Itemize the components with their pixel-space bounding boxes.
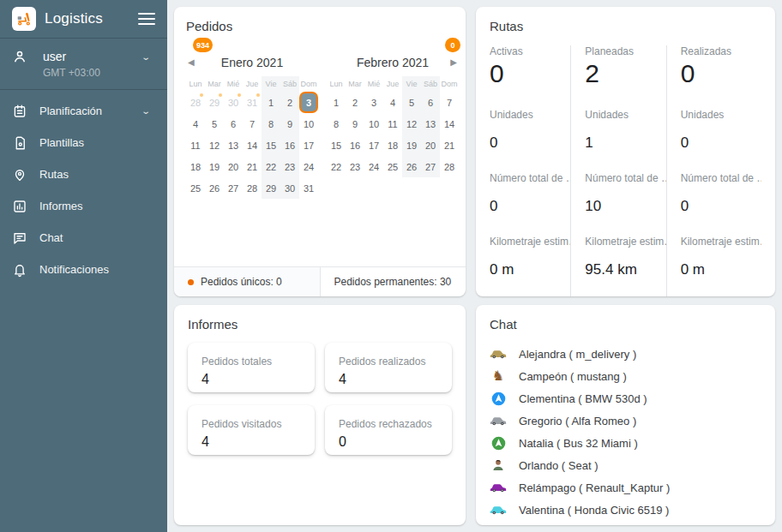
calendar-day[interactable]: 5	[402, 92, 421, 113]
calendar-day[interactable]: 14	[440, 113, 459, 134]
pedidos-unicos-label: Pedidos únicos: 0	[201, 276, 282, 288]
calendar-day[interactable]: 19	[402, 134, 421, 156]
user-menu[interactable]: user ⌄ GMT +03:00	[0, 39, 167, 90]
calendar-day[interactable]: 12	[205, 134, 224, 156]
calendar-day[interactable]: 8	[327, 113, 346, 134]
chat-item[interactable]: Natalia ( Bus 32 Miami )	[490, 432, 761, 454]
sidebar-item[interactable]: Informes ⌄	[0, 190, 167, 222]
calendar-day[interactable]: 19	[205, 156, 224, 177]
calendar-day[interactable]: 23	[346, 156, 364, 177]
chat-item[interactable]: Valentina ( Honda Civic 6519 )	[490, 499, 761, 521]
calendar-day[interactable]: 24	[299, 156, 318, 177]
sidebar-item[interactable]: Planificación ⌄	[0, 95, 167, 127]
calendar-day[interactable]: 12	[402, 113, 421, 134]
calendar-day[interactable]: 27	[224, 177, 243, 199]
calendar-day[interactable]: 3	[299, 92, 318, 113]
calendar-day[interactable]: 21	[440, 134, 459, 156]
calendar-day[interactable]: 14	[243, 134, 262, 156]
chat-card: Chat Alejandra ( m_delivery ) ♞ Campeón …	[476, 305, 775, 525]
calendar-day[interactable]: 10	[364, 113, 383, 134]
sidebar-item[interactable]: Rutas ⌄	[0, 158, 167, 190]
calendar-day[interactable]: 28	[440, 156, 459, 177]
calendar-day[interactable]: 28	[243, 177, 262, 199]
calendar-day[interactable]: 13	[224, 134, 243, 156]
calendar-day[interactable]: 1	[327, 92, 346, 113]
calendar-day[interactable]: 24	[364, 156, 383, 177]
calendar-day[interactable]: 17	[364, 134, 383, 156]
calendar-next-button[interactable]: ▶	[450, 54, 457, 71]
stat-row: Kilometraje estim… 0 m	[681, 236, 761, 278]
stat-value: 95.4 km	[585, 261, 665, 278]
pedidos-permanentes-stat: Pedidos permanentes: 30	[321, 267, 466, 296]
chevron-down-icon: ⌄	[141, 106, 158, 116]
calendar-day[interactable]: 16	[280, 134, 299, 156]
calendar-day[interactable]: 7	[243, 113, 262, 134]
calendar-day[interactable]: 18	[383, 134, 402, 156]
calendar-grid: 1 2 3 4 5 6 7	[327, 92, 459, 177]
stat-row: Número total de … 0	[490, 172, 570, 215]
chat-item[interactable]: Orlando ( Seat )	[490, 454, 761, 476]
stat-tile-value: 4	[202, 434, 301, 450]
calendar-day[interactable]: 29	[262, 177, 280, 199]
sidebar-item-label: Chat	[39, 231, 131, 244]
calendar-day[interactable]: 16	[346, 134, 364, 156]
calendar-day[interactable]: 4	[383, 92, 402, 113]
calendar-day[interactable]: 26	[205, 177, 224, 199]
calendar-day[interactable]: 25	[383, 156, 402, 177]
chat-item[interactable]: Clementina ( BMW 530d )	[490, 387, 761, 409]
calendar-day[interactable]: 2	[280, 92, 299, 113]
pedidos-card: Pedidos 934 0 ◀ Enero 2021 LunMarMiéJueV…	[174, 7, 466, 296]
stat-tile: Pedidos rechazados 0	[325, 405, 452, 455]
calendar-prev-button[interactable]: ◀	[188, 54, 195, 71]
calendar-day[interactable]: 8	[262, 113, 280, 134]
calendar-day[interactable]: 11	[383, 113, 402, 134]
calendar-day[interactable]: 30	[224, 92, 243, 113]
hamburger-menu-icon[interactable]	[138, 13, 155, 25]
calendar-day[interactable]: 1	[262, 92, 280, 113]
calendar-day[interactable]: 17	[299, 134, 318, 156]
calendar-day[interactable]: 9	[346, 113, 364, 134]
chat-item[interactable]: ♞ Campeón ( mustang )	[490, 365, 761, 387]
calendar-day[interactable]: 9	[280, 113, 299, 134]
calendar-day[interactable]: 31	[299, 177, 318, 199]
calendar-day[interactable]: 22	[262, 156, 280, 177]
sidebar-item[interactable]: Plantillas ⌄	[0, 127, 167, 158]
app-logo	[12, 7, 36, 31]
calendar-day[interactable]: 3	[364, 92, 383, 113]
stat-tile: Pedidos realizados 4	[325, 343, 452, 392]
calendar-day[interactable]: 2	[346, 92, 364, 113]
sidebar-item[interactable]: Notificaciones ⌄	[0, 254, 167, 285]
calendar-day[interactable]: 30	[280, 177, 299, 199]
calendar-day[interactable]: 10	[299, 113, 318, 134]
calendar-day[interactable]: 11	[186, 134, 205, 156]
calendar-day[interactable]: 22	[327, 156, 346, 177]
calendar-day[interactable]: 29	[205, 92, 224, 113]
calendar-day[interactable]: 21	[243, 156, 262, 177]
weekday-label: Dom	[299, 76, 318, 92]
calendar-day[interactable]: 7	[440, 92, 459, 113]
calendar-day[interactable]: 13	[421, 113, 440, 134]
user-timezone: GMT +03:00	[43, 67, 155, 79]
calendar-day[interactable]: 27	[421, 156, 440, 177]
chat-item[interactable]: Gregorio ( Alfa Romeo )	[490, 409, 761, 432]
sidebar-item[interactable]: Chat ⌄	[0, 222, 167, 254]
calendar-day[interactable]: 6	[421, 92, 440, 113]
calendar-day[interactable]: 20	[421, 134, 440, 156]
calendar-day[interactable]: 6	[224, 113, 243, 134]
calendar-day[interactable]: 23	[280, 156, 299, 177]
stat-tile-label: Pedidos rechazados	[339, 418, 438, 430]
calendar-day[interactable]: 15	[327, 134, 346, 156]
calendar-day[interactable]: 18	[186, 156, 205, 177]
calendar-day[interactable]: 4	[186, 113, 205, 134]
calendar-day[interactable]: 28	[186, 92, 205, 113]
chat-item[interactable]: Relámpago ( Renault_Kaptur )	[490, 476, 761, 499]
calendar-day[interactable]: 31	[243, 92, 262, 113]
chat-item[interactable]: Alejandra ( m_delivery )	[490, 343, 761, 365]
calendar-day[interactable]: 20	[224, 156, 243, 177]
chat-contact-name: Campeón ( mustang )	[519, 370, 627, 383]
calendar-day[interactable]: 5	[205, 113, 224, 134]
calendar-day[interactable]: 25	[186, 177, 205, 199]
sidebar-item-label: Notificaciones	[39, 263, 131, 276]
calendar-day[interactable]: 15	[262, 134, 280, 156]
calendar-day[interactable]: 26	[402, 156, 421, 177]
